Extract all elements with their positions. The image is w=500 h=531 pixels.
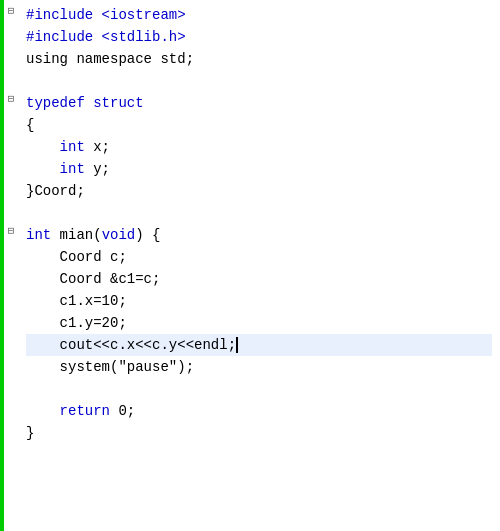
code-line: } [26, 422, 492, 444]
text-cursor [236, 337, 238, 353]
token: Coord c; [26, 246, 127, 268]
token: #include <iostream> [26, 4, 186, 26]
token: y; [85, 158, 110, 180]
token: int [26, 136, 85, 158]
token: { [26, 114, 34, 136]
fold-button[interactable]: ⊟ [8, 88, 15, 110]
token: int [26, 158, 85, 180]
token: 0; [110, 400, 135, 422]
code-line: cout<<c.x<<c.y<<endl; [26, 334, 492, 356]
fold-button[interactable]: ⊟ [8, 0, 15, 22]
token: system("pause"); [26, 356, 194, 378]
token: } [26, 422, 34, 444]
code-line: system("pause"); [26, 356, 492, 378]
code-line: int y; [26, 158, 492, 180]
code-line: Coord c; [26, 246, 492, 268]
token: c1.y=20; [26, 312, 127, 334]
token: #include <stdlib.h> [26, 26, 186, 48]
code-line: #include <iostream> [26, 4, 492, 26]
gutter: ⊟⊟⊟ [4, 0, 18, 531]
code-line: { [26, 114, 492, 136]
code-line: using namespace std; [26, 48, 492, 70]
code-line: typedef struct [26, 92, 492, 114]
token: c1.x=10; [26, 290, 127, 312]
code-line: }Coord; [26, 180, 492, 202]
token: mian( [51, 224, 101, 246]
token: x; [85, 136, 110, 158]
editor-container: ⊟⊟⊟ #include <iostream>#include <stdlib.… [0, 0, 500, 531]
token: }Coord; [26, 180, 85, 202]
token: typedef struct [26, 92, 144, 114]
code-line: int mian(void) { [26, 224, 492, 246]
code-line: int x; [26, 136, 492, 158]
fold-button[interactable]: ⊟ [8, 220, 15, 242]
code-line: return 0; [26, 400, 492, 422]
code-line [26, 378, 492, 400]
token: return [26, 400, 110, 422]
code-line: #include <stdlib.h> [26, 26, 492, 48]
code-area[interactable]: #include <iostream>#include <stdlib.h>us… [18, 0, 500, 531]
code-line: c1.x=10; [26, 290, 492, 312]
code-line: Coord &c1=c; [26, 268, 492, 290]
code-line: c1.y=20; [26, 312, 492, 334]
token: cout<<c.x<<c.y<<endl; [26, 334, 236, 356]
code-line [26, 202, 492, 224]
token: int [26, 224, 51, 246]
token: void [102, 224, 136, 246]
token: using namespace std; [26, 48, 194, 70]
token: Coord &c1=c; [26, 268, 160, 290]
token: ) { [135, 224, 160, 246]
code-line [26, 70, 492, 92]
